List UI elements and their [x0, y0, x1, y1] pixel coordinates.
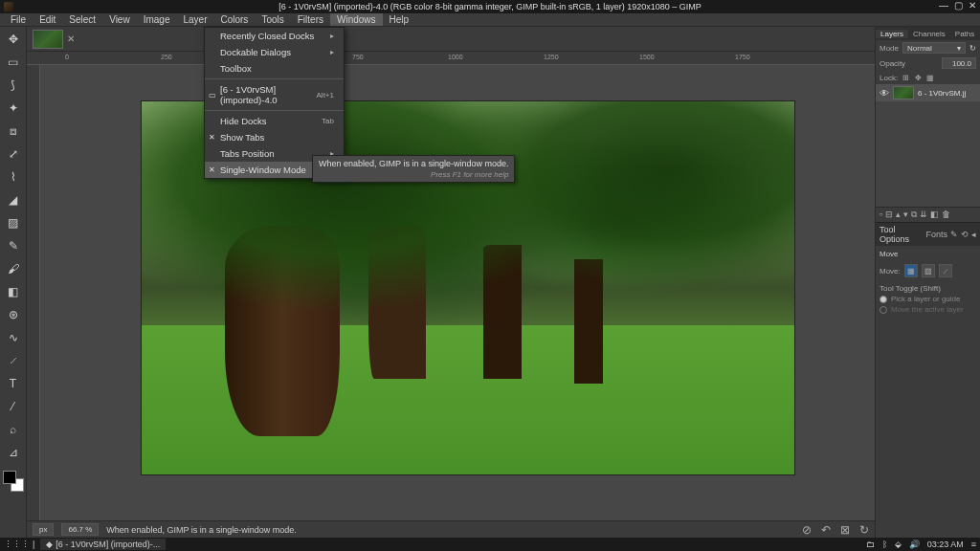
taskbar-task[interactable]: ◆ [6 - 1V0rvSM] (imported)-...	[40, 539, 166, 550]
menu-view[interactable]: View	[102, 13, 137, 26]
brush-tab-icon[interactable]: ✎	[950, 230, 958, 239]
ruler-tick: 1500	[639, 54, 655, 60]
radio-pick-layer[interactable]: Pick a layer or guide	[880, 295, 976, 303]
tab-paths[interactable]: Paths	[950, 30, 979, 38]
menuitem-show-tabs[interactable]: ✕Show Tabs	[205, 129, 344, 145]
del-layer-icon[interactable]: 🗑	[942, 209, 950, 220]
color-swatch[interactable]	[3, 471, 24, 492]
menu-help[interactable]: Help	[383, 13, 416, 26]
menuitem-recently-closed-docks[interactable]: Recently Closed Docks▸	[205, 28, 344, 44]
menu-layer[interactable]: Layer	[176, 13, 213, 26]
move-path-icon[interactable]: ⟋	[939, 264, 952, 277]
panel-tabs: Layers Channels Paths	[876, 27, 980, 40]
volume-icon[interactable]: 🔊	[909, 540, 920, 549]
ruler-tick: 1750	[735, 54, 750, 60]
menu-filters[interactable]: Filters	[291, 13, 330, 26]
mode-reset-icon[interactable]: ↻	[969, 44, 976, 53]
lock-pixels-icon[interactable]: ⊞	[901, 73, 910, 82]
opacity-value[interactable]: 100.0	[942, 57, 976, 69]
layer-buttons: ▫ ⊟ ▴ ▾ ⧉ ⇊ ◧ 🗑	[876, 207, 980, 222]
network-icon[interactable]: ⬙	[895, 540, 902, 549]
tooltip-help: Press F1 for more help	[319, 170, 508, 179]
smudge-icon[interactable]: ∿	[5, 329, 22, 346]
menuitem-hide-docks[interactable]: Hide DocksTab	[205, 113, 344, 129]
picker-icon[interactable]: ⁄	[5, 398, 22, 415]
cancel-icon[interactable]: ⊘	[802, 523, 812, 537]
pencil-icon[interactable]: ✎	[5, 237, 22, 254]
zoom-select[interactable]: 66.7 %	[61, 523, 99, 536]
radio-move-active[interactable]: Move the active layer	[880, 305, 976, 314]
clone-icon[interactable]: ⊛	[5, 306, 22, 323]
rect-select-icon[interactable]: ▭	[5, 54, 22, 71]
menuitem--6-1v0rvsm-imported-4-0[interactable]: ▭[6 - 1V0rvSM] (imported)-4.0Alt+1	[205, 81, 344, 108]
ruler-tick: 1250	[544, 54, 559, 60]
move-selection-icon[interactable]: ▨	[922, 264, 935, 277]
canvas-viewport[interactable]	[40, 65, 875, 520]
layer-name[interactable]: 6 - 1V0rvSM.jj	[918, 89, 966, 98]
gradient-icon[interactable]: ▨	[5, 214, 22, 231]
lock-alpha-icon[interactable]: ▦	[925, 73, 935, 82]
down-icon[interactable]: ▾	[903, 209, 908, 220]
menu-image[interactable]: Image	[137, 13, 177, 26]
wand-icon[interactable]: ✦	[5, 99, 22, 117]
menubar: FileEditSelectViewImageLayerColorsToolsF…	[0, 13, 980, 27]
toolbox: ✥ ▭ ⟆ ✦ ⧈ ⤢ ⌇ ◢ ▨ ✎ 🖌 ◧ ⊛ ∿ ⟋ T ⁄ ⌕ ⊿	[0, 27, 27, 538]
redo-icon[interactable]: ↻	[859, 523, 869, 537]
undo-icon[interactable]: ↶	[821, 523, 831, 537]
brush-icon[interactable]: 🖌	[5, 260, 22, 277]
up-icon[interactable]: ▴	[896, 209, 901, 220]
tab-layers[interactable]: Layers	[876, 30, 908, 38]
menu-windows[interactable]: Windows	[330, 13, 383, 26]
fonts-tab[interactable]: Fonts	[925, 230, 947, 239]
eraser-icon[interactable]: ◧	[5, 283, 22, 300]
folder-icon[interactable]: 🗀	[866, 540, 875, 549]
clock[interactable]: 03:23 AM	[927, 540, 964, 549]
text-icon[interactable]: T	[5, 375, 22, 392]
mask-icon[interactable]: ◧	[930, 209, 939, 220]
maximize-icon[interactable]: ▢	[954, 0, 963, 11]
mode-select[interactable]: Normal▾	[902, 42, 966, 54]
new-layer-icon[interactable]: ▫	[880, 209, 882, 220]
unit-select[interactable]: px	[33, 523, 54, 536]
bluetooth-icon[interactable]: ᛒ	[882, 540, 887, 549]
tooltip-text: When enabled, GIMP is in a single-window…	[319, 159, 508, 168]
dup-icon[interactable]: ⧉	[911, 209, 917, 220]
close-tab-icon[interactable]: ✕	[67, 33, 75, 44]
path-icon[interactable]: ⟋	[5, 352, 22, 369]
close-icon[interactable]: ✕	[969, 0, 976, 11]
tray-menu-icon[interactable]: ≡	[971, 540, 976, 549]
menu-select[interactable]: Select	[62, 13, 102, 26]
menu-tools[interactable]: Tools	[255, 13, 290, 26]
menuitem-dockable-dialogs[interactable]: Dockable Dialogs▸	[205, 44, 344, 60]
transform-icon[interactable]: ⤢	[5, 145, 22, 163]
warp-icon[interactable]: ⌇	[5, 168, 22, 186]
move-layer-icon[interactable]: ▦	[904, 264, 918, 277]
group-icon[interactable]: ⊟	[885, 209, 893, 220]
menu-file[interactable]: File	[4, 13, 33, 26]
image-tab-thumb[interactable]	[33, 30, 63, 49]
crop-icon[interactable]: ⧈	[5, 122, 22, 140]
measure-icon[interactable]: ⊿	[5, 444, 22, 461]
layer-item[interactable]: 👁 6 - 1V0rvSM.jj	[876, 84, 980, 101]
menu-icon[interactable]: ◂	[971, 230, 976, 239]
zoom-icon[interactable]: ⌕	[5, 421, 22, 438]
lasso-icon[interactable]: ⟆	[5, 77, 22, 94]
history-tab-icon[interactable]: ⟲	[961, 230, 969, 239]
horizontal-ruler: 02505007501000125015001750	[27, 52, 875, 65]
menuitem-toolbox[interactable]: Toolbox	[205, 60, 344, 77]
tab-channels[interactable]: Channels	[908, 30, 950, 38]
delete-icon[interactable]: ⊠	[840, 523, 850, 537]
right-panel: Layers Channels Paths Mode Normal▾ ↻ Opa…	[875, 27, 980, 538]
menu-colors[interactable]: Colors	[213, 13, 255, 26]
merge-icon[interactable]: ⇊	[920, 209, 927, 220]
apps-icon[interactable]: ⋮⋮⋮	[4, 540, 30, 549]
move-tool-icon[interactable]: ✥	[5, 31, 22, 48]
lock-position-icon[interactable]: ✥	[913, 73, 923, 82]
mode-label: Mode	[880, 44, 899, 53]
menu-edit[interactable]: Edit	[33, 13, 62, 26]
move-title: Move	[880, 250, 976, 258]
bucket-icon[interactable]: ◢	[5, 191, 22, 209]
separator-icon: |	[33, 540, 34, 549]
visibility-icon[interactable]: 👁	[880, 88, 889, 99]
minimize-icon[interactable]: —	[939, 0, 948, 11]
